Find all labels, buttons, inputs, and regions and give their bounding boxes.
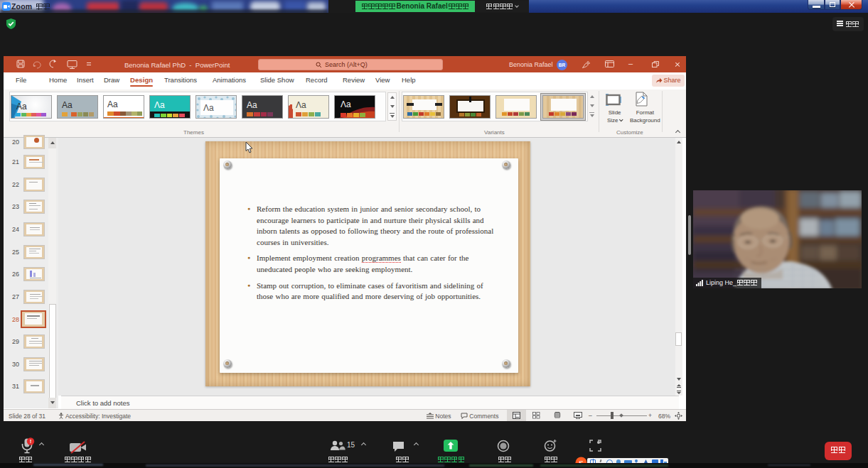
svg-text:Λa: Λa xyxy=(203,103,214,113)
svg-text:!: ! xyxy=(30,438,32,445)
svg-text:Aa: Aa xyxy=(16,102,27,111)
svg-text:Aa: Aa xyxy=(62,100,73,110)
svg-text:Λa: Λa xyxy=(341,99,351,109)
svg-text:Λa: Λa xyxy=(154,100,165,110)
svg-text:Λa: Λa xyxy=(296,100,306,110)
svg-text:Aa: Aa xyxy=(107,99,118,109)
svg-text:Aa: Aa xyxy=(247,100,257,110)
